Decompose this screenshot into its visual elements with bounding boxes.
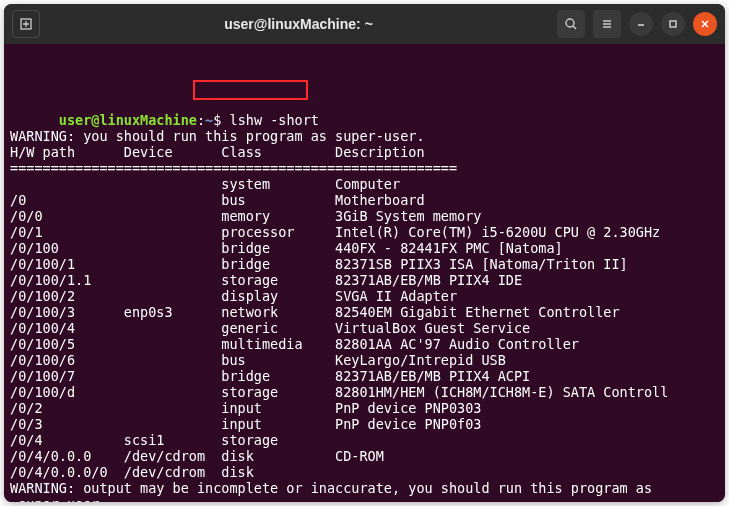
- output-warning2: WARNING: output may be incomplete or ina…: [10, 480, 652, 502]
- prompt-user: user@linuxMachine: [59, 112, 197, 128]
- svg-line-4: [573, 26, 576, 29]
- search-icon: [564, 17, 578, 31]
- output-divider: ========================================…: [10, 160, 457, 176]
- menu-button[interactable]: [593, 10, 621, 38]
- prompt-path: ~: [205, 112, 213, 128]
- prompt-dollar: $: [213, 112, 221, 128]
- svg-rect-9: [670, 21, 676, 27]
- new-tab-button[interactable]: [12, 10, 40, 38]
- minimize-icon: [636, 19, 646, 29]
- window-title: user@linuxMachine: ~: [40, 16, 557, 32]
- output-rows: system Computer /0 bus Motherboard /0/0 …: [10, 176, 719, 480]
- terminal-window: user@linuxMachine: ~ user@linuxMachine:~…: [4, 4, 725, 502]
- maximize-button[interactable]: [661, 12, 685, 36]
- output-header: H/W path Device Class Description: [10, 144, 425, 160]
- command-highlight: [193, 80, 308, 100]
- close-button[interactable]: [693, 12, 717, 36]
- command-text: lshw -short: [230, 112, 319, 128]
- titlebar: user@linuxMachine: ~: [4, 4, 725, 44]
- close-icon: [700, 19, 710, 29]
- svg-point-3: [566, 19, 574, 27]
- prompt-line: user@linuxMachine:~$ lshw -short: [59, 112, 319, 128]
- prompt-colon: :: [197, 112, 205, 128]
- maximize-icon: [668, 19, 678, 29]
- terminal-content[interactable]: user@linuxMachine:~$ lshw -short WARNING…: [4, 44, 725, 502]
- hamburger-icon: [600, 17, 614, 31]
- search-button[interactable]: [557, 10, 585, 38]
- output-warning: WARNING: you should run this program as …: [10, 128, 425, 144]
- new-tab-icon: [19, 17, 33, 31]
- minimize-button[interactable]: [629, 12, 653, 36]
